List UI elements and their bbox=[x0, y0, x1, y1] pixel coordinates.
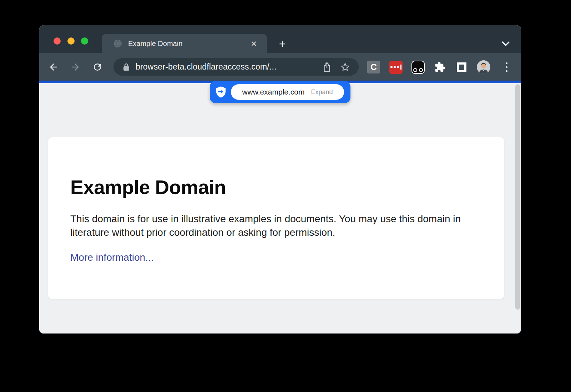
tab-strip: Example Domain ✕ + bbox=[39, 25, 521, 53]
window-close-button[interactable] bbox=[54, 37, 61, 45]
page-paragraph: This domain is for use in illustrative e… bbox=[70, 212, 479, 240]
content-card: Example Domain This domain is for use in… bbox=[48, 137, 504, 299]
isolation-url-pill[interactable]: www.example.com Expand bbox=[210, 81, 350, 103]
reload-button[interactable] bbox=[91, 61, 103, 73]
browser-window: Example Domain ✕ + bbox=[39, 25, 521, 334]
extension-c-icon[interactable]: C bbox=[367, 60, 380, 74]
url-text: browser-beta.cloudflareaccess.com/... bbox=[136, 62, 322, 72]
page-title: Example Domain bbox=[70, 176, 479, 199]
profile-avatar[interactable] bbox=[477, 60, 490, 74]
tab-example-domain[interactable]: Example Domain ✕ bbox=[102, 34, 267, 53]
more-information-link[interactable]: More information... bbox=[70, 252, 153, 263]
tab-overview-chevron-down-icon[interactable] bbox=[499, 39, 512, 49]
extension-binoculars-icon[interactable] bbox=[411, 60, 425, 74]
extension-password-manager-icon[interactable] bbox=[389, 60, 403, 74]
browser-menu-kebab-icon[interactable] bbox=[500, 60, 513, 74]
tab-close-icon[interactable]: ✕ bbox=[248, 39, 260, 49]
tab-title: Example Domain bbox=[128, 40, 248, 48]
back-button[interactable] bbox=[47, 61, 60, 73]
browser-toolbar: browser-beta.cloudflareaccess.com/... C bbox=[39, 53, 521, 81]
vertical-scrollbar-thumb[interactable] bbox=[515, 84, 520, 310]
isolated-hostname: www.example.com bbox=[242, 88, 304, 96]
forward-button[interactable] bbox=[69, 61, 81, 73]
shield-arrow-icon bbox=[215, 86, 227, 98]
side-panel-icon[interactable] bbox=[455, 60, 468, 74]
window-zoom-button[interactable] bbox=[81, 37, 88, 45]
desktop-background: Example Domain ✕ + bbox=[0, 0, 571, 392]
extensions-puzzle-icon[interactable] bbox=[433, 60, 447, 74]
new-tab-button[interactable]: + bbox=[275, 37, 290, 51]
lock-icon[interactable] bbox=[123, 63, 130, 71]
isolation-hostname-pill[interactable]: www.example.com Expand bbox=[231, 84, 344, 100]
extension-c-label: C bbox=[370, 62, 377, 72]
share-icon[interactable] bbox=[322, 62, 332, 72]
address-bar[interactable]: browser-beta.cloudflareaccess.com/... bbox=[113, 58, 359, 76]
window-minimize-button[interactable] bbox=[67, 37, 75, 45]
page-viewport: www.example.com Expand Example Domain Th… bbox=[39, 83, 521, 334]
expand-button[interactable]: Expand bbox=[311, 88, 333, 96]
bookmark-star-icon[interactable] bbox=[340, 62, 350, 72]
globe-favicon-icon bbox=[113, 39, 122, 48]
